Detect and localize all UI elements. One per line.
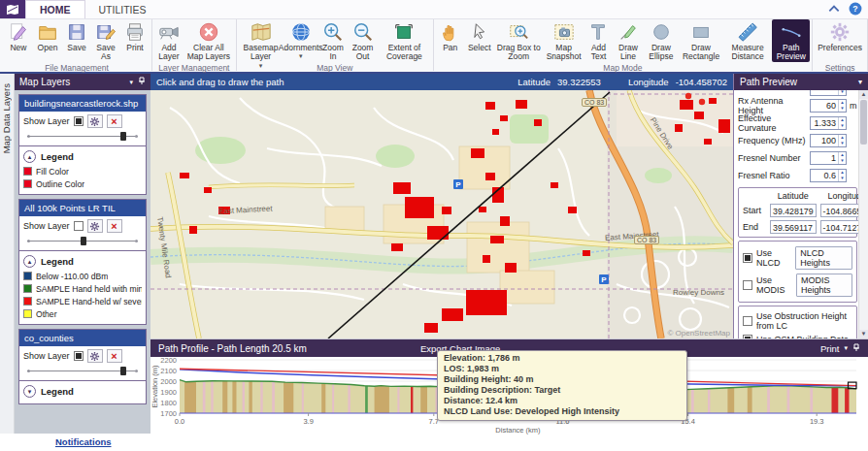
start-latitude-input[interactable]: 39.428179 (770, 204, 817, 217)
group-label-layer-management: Layer Management (154, 62, 234, 75)
use-modis-checkbox[interactable] (743, 280, 752, 290)
layer-card-buildings: buildingsnearcastlerock.shp Show Layer ×… (18, 94, 147, 195)
fresnel-ratio-input[interactable]: 0.6▲▼ (810, 169, 847, 182)
spinner-icon[interactable]: ▲▼ (838, 100, 846, 112)
path-preview-panel: Path Preview ▾ ▲ ▼ ▲▼ Rx Antenna Height … (733, 74, 868, 338)
draw-line-button[interactable]: Draw Line (613, 19, 643, 62)
app-icon[interactable] (0, 0, 25, 18)
print-button[interactable]: Print (120, 19, 150, 62)
show-layer-checkbox[interactable] (74, 351, 83, 361)
svg-text:0.0: 0.0 (175, 417, 184, 426)
parking-icon: P (599, 274, 609, 284)
svg-text:1900: 1900 (160, 388, 177, 397)
add-layer-button[interactable]: Add Layer (154, 19, 184, 62)
legend-expand-button[interactable]: ▾ (23, 385, 36, 398)
zoom-out-button[interactable]: Zoom Out (348, 19, 378, 62)
show-layer-checkbox[interactable] (74, 221, 83, 231)
layer-opacity-slider[interactable] (27, 235, 138, 247)
fresnel-number-input[interactable]: 1▲▼ (810, 151, 847, 165)
ribbon-content: New Open Save Save As Print File Managem… (0, 19, 868, 71)
path-profile-title: Path Profile - Path Length 20.5 km (158, 343, 307, 354)
map-canvas[interactable]: East Mainstreet East Mainstreet Pine Dri… (150, 90, 733, 338)
legend-item: SAMPLE Hand held with minimal body (23, 282, 142, 295)
rx-antenna-height-input[interactable]: 60▲▼ (810, 99, 847, 113)
print-button[interactable]: Print (820, 343, 840, 354)
pan-button[interactable]: Pan (436, 19, 465, 62)
chevron-down-icon[interactable]: ▾ (844, 344, 848, 352)
add-text-button[interactable]: Add Text (584, 19, 613, 62)
show-layer-checkbox[interactable] (74, 116, 83, 126)
legend-title: Legend (41, 256, 74, 267)
draw-ellipse-button[interactable]: Draw Ellipse (643, 19, 679, 62)
ribbon: HOME UTILITIES ? New Open Save Save As P… (0, 0, 868, 74)
zoom-in-icon (322, 21, 344, 43)
tab-home[interactable]: HOME (25, 0, 85, 18)
clear-all-map-layers-button[interactable]: Clear All Map Layers (184, 19, 234, 62)
chevron-down-icon: ▾ (299, 52, 303, 59)
frequency-input[interactable]: 100▲▼ (810, 134, 847, 147)
map-data-layers-tab[interactable]: Map Data Layers (0, 78, 13, 159)
use-nlcd-checkbox[interactable] (743, 253, 752, 263)
modis-heights-button[interactable]: MODIS Heights (796, 274, 852, 297)
layer-opacity-slider[interactable] (27, 365, 138, 377)
measure-distance-button[interactable]: Measure Distance (723, 19, 773, 62)
nlcd-heights-button[interactable]: NLCD Heights (795, 246, 852, 270)
new-button[interactable]: New (4, 19, 33, 62)
remove-layer-button[interactable]: × (107, 349, 122, 363)
spinner-icon[interactable]: ▲▼ (838, 170, 846, 181)
layer-settings-button[interactable] (87, 219, 103, 233)
path-preview-button[interactable]: Path Preview (772, 19, 810, 62)
save-button[interactable]: Save (62, 19, 91, 62)
layer-settings-button[interactable] (87, 114, 103, 128)
layer-name[interactable]: buildingsnearcastlerock.shp (19, 95, 146, 112)
pin-icon[interactable] (852, 343, 860, 354)
drag-box-to-zoom-button[interactable]: Drag Box to Zoom (494, 19, 544, 62)
legend-collapse-button[interactable]: ▴ (23, 255, 36, 268)
rectangle-icon (690, 21, 712, 43)
group-label-map-mode: Map Mode (436, 62, 810, 75)
basemap-layer-button[interactable]: Basemap Layer▾ (239, 19, 284, 62)
scroll-down-icon[interactable]: ▼ (859, 330, 868, 338)
chevron-down-icon[interactable]: ▾ (858, 78, 862, 86)
preview-scrollbar[interactable]: ▲ ▼ (858, 90, 868, 338)
layer-name[interactable]: All 100k Points LR TIL (19, 200, 146, 216)
effective-curvature-input[interactable]: 1.333▲▼ (810, 116, 847, 130)
pin-icon[interactable] (138, 77, 146, 87)
spinner-icon[interactable]: ▲▼ (838, 152, 846, 164)
adornments-button[interactable]: Adornments▾ (283, 19, 318, 62)
building-box: Use Obstruction Height from LC Use OSM B… (738, 306, 857, 338)
save-as-button[interactable]: Save As (91, 19, 120, 62)
legend-swatch (23, 272, 32, 280)
draw-rectangle-button[interactable]: Draw Rectangle (679, 19, 722, 62)
svg-text:Distance (km): Distance (km) (495, 426, 541, 435)
layer-name[interactable]: co_counties (19, 330, 146, 346)
legend-collapse-button[interactable]: ▴ (23, 150, 36, 163)
collapse-ribbon-icon[interactable] (827, 2, 841, 16)
extent-of-coverage-button[interactable]: Extent of Coverage (378, 19, 431, 62)
map-hint-text: Click and drag to draw the path (156, 77, 284, 87)
spinner-icon[interactable]: ▲▼ (838, 117, 846, 129)
add-layer-icon (158, 21, 180, 43)
end-latitude-input[interactable]: 39.569117 (770, 220, 817, 234)
remove-layer-button[interactable]: × (107, 219, 122, 233)
latitude-column-header: Latitude (770, 191, 817, 201)
open-button[interactable]: Open (33, 19, 62, 62)
preferences-button[interactable]: Preferences (815, 19, 865, 62)
chevron-down-icon[interactable]: ▾ (129, 79, 133, 86)
remove-layer-button[interactable]: × (107, 114, 122, 128)
scroll-up-icon[interactable]: ▲ (859, 90, 868, 99)
layer-opacity-slider[interactable] (27, 130, 138, 143)
spinner-icon[interactable]: ▲▼ (838, 135, 846, 146)
tab-utilities[interactable]: UTILITIES (85, 0, 160, 18)
zoom-in-button[interactable]: Zoom In (318, 19, 348, 62)
select-button[interactable]: Select (465, 19, 494, 62)
help-icon[interactable]: ? (849, 2, 862, 16)
map-snapshot-button[interactable]: Map Snapshot (544, 19, 584, 62)
map-layers-title: Map Layers (19, 77, 70, 87)
use-obstruction-checkbox[interactable] (743, 316, 752, 326)
notifications-tab[interactable]: Notifications (55, 436, 112, 447)
status-bar: Notifications (0, 434, 868, 449)
svg-text:2100: 2100 (160, 367, 177, 375)
legend-item: Below -110.00 dBm (23, 270, 142, 282)
layer-settings-button[interactable] (87, 349, 103, 363)
